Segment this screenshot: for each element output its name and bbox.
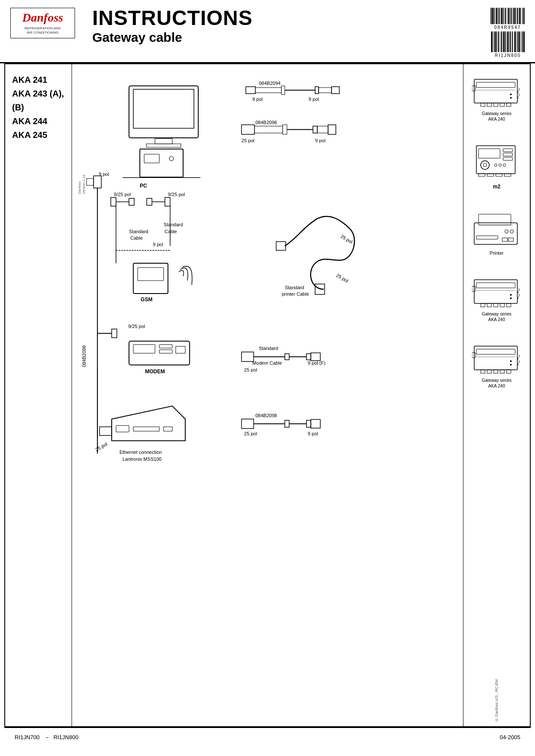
svg-rect-26 (317, 126, 328, 133)
svg-rect-27 (328, 125, 336, 134)
svg-rect-83 (164, 427, 172, 431)
svg-point-144 (510, 360, 512, 362)
diagram-svg: Danfoss Version 2.14 PC (72, 64, 463, 726)
svg-text:9/25 pol: 9/25 pol (168, 192, 185, 197)
svg-rect-148 (487, 370, 491, 373)
footer-revision: RI1JN700 → RI1JN800 (15, 734, 78, 740)
svg-rect-109 (479, 149, 500, 158)
svg-text:25 pol: 25 pol (335, 272, 349, 283)
svg-rect-17 (332, 87, 339, 94)
device-gateway-mid: Gateway series AKA 240 (472, 278, 522, 322)
svg-point-126 (510, 230, 513, 233)
svg-text:Version 2.14: Version 2.14 (82, 175, 86, 194)
svg-text:9 pol: 9 pol (252, 97, 263, 102)
main-title: INSTRUCTIONS (92, 8, 491, 28)
svg-rect-98 (476, 82, 515, 87)
svg-rect-105 (494, 103, 498, 106)
svg-rect-67 (160, 350, 172, 353)
aka-line1: AKA 241 (12, 73, 65, 87)
svg-rect-21 (241, 125, 254, 134)
svg-rect-146 (472, 353, 476, 358)
svg-rect-150 (500, 370, 504, 373)
svg-rect-13 (282, 86, 285, 94)
svg-point-125 (505, 230, 508, 233)
svg-rect-74 (307, 354, 311, 360)
svg-rect-11 (246, 87, 255, 94)
m2-svg (472, 144, 522, 182)
svg-rect-38 (111, 197, 116, 206)
svg-point-117 (503, 164, 506, 166)
svg-rect-123 (479, 214, 511, 225)
svg-rect-107 (507, 103, 511, 106)
svg-text:Cable: Cable (165, 229, 177, 234)
svg-text:Standard: Standard (164, 222, 183, 227)
barcode1-bars (491, 8, 525, 24)
svg-rect-41 (165, 197, 170, 206)
svg-text:084B2094: 084B2094 (259, 81, 280, 86)
barcode2-text: RI1JN800 (495, 53, 521, 58)
svg-rect-135 (472, 286, 476, 291)
svg-rect-110 (503, 149, 513, 152)
barcode1: 084R9547 (491, 8, 525, 30)
svg-rect-120 (496, 174, 502, 176)
svg-rect-141 (474, 346, 517, 370)
printer-svg (472, 212, 522, 249)
svg-text:9/25 pol: 9/25 pol (114, 192, 131, 197)
svg-point-100 (510, 94, 512, 95)
svg-text:Standard: Standard (129, 229, 148, 234)
svg-rect-66 (160, 345, 172, 348)
svg-rect-43 (147, 198, 152, 205)
svg-rect-136 (481, 303, 485, 307)
svg-rect-82 (133, 427, 159, 431)
svg-rect-112 (503, 157, 513, 160)
device-printer: Printer (472, 212, 522, 256)
svg-text:9/25 pol: 9/25 pol (128, 324, 145, 329)
svg-rect-84 (100, 427, 112, 435)
svg-rect-151 (507, 370, 511, 373)
aka-labels: AKA 241 AKA 243 (A), (B) AKA 244 AKA 245 (12, 73, 65, 142)
svg-rect-127 (476, 236, 498, 239)
svg-rect-55 (276, 242, 286, 250)
svg-text:MODEM: MODEM (145, 369, 165, 375)
svg-rect-88 (241, 419, 253, 428)
svg-rect-108 (476, 146, 515, 174)
svg-text:25 pol: 25 pol (241, 138, 254, 143)
diagram-area: Danfoss Version 2.14 PC (72, 64, 463, 726)
svg-text:9 pol (F): 9 pol (F) (308, 360, 325, 366)
footer-from: RI1JN700 (15, 734, 40, 740)
footer-arrow: → (44, 734, 49, 740)
svg-rect-32 (87, 178, 94, 185)
svg-rect-92 (307, 420, 311, 427)
gateway-top-svg (472, 77, 522, 109)
svg-text:9 pol: 9 pol (99, 172, 109, 177)
svg-rect-65 (133, 345, 155, 353)
gateway-bot-svg (472, 344, 522, 376)
svg-rect-137 (487, 303, 491, 307)
logo-subtitle: REFRIGERATION AND AIR CONDITIONING (16, 26, 69, 34)
gateway-mid-label: Gateway series AKA 240 (482, 311, 512, 322)
svg-text:9 pol: 9 pol (308, 431, 318, 436)
right-column: Gateway series AKA 240 (463, 64, 530, 726)
page-footer: RI1JN700 → RI1JN800 04-2005 (4, 727, 531, 746)
logo-area: Danfoss REFRIGERATION AND AIR CONDITIONI… (10, 8, 79, 38)
footer-to: RI1JN800 (53, 734, 78, 740)
svg-rect-119 (487, 174, 494, 176)
svg-text:25 pol: 25 pol (244, 431, 257, 436)
svg-text:25 pol: 25 pol (340, 234, 354, 244)
svg-text:Lantronix MSS100: Lantronix MSS100 (122, 456, 162, 462)
aka-line2: AKA 243 (A), (B) (12, 87, 65, 114)
barcode-area: 084R9547 (491, 8, 525, 58)
svg-rect-75 (311, 353, 320, 361)
svg-rect-138 (494, 303, 498, 307)
svg-rect-53 (138, 268, 163, 281)
svg-rect-103 (481, 103, 485, 106)
svg-rect-25 (313, 126, 317, 133)
svg-rect-97 (474, 79, 517, 103)
aka-line3: AKA 244 (12, 114, 65, 128)
svg-text:25 pol: 25 pol (94, 441, 108, 452)
svg-text:Cable: Cable (130, 235, 143, 241)
svg-text:9 pol: 9 pol (315, 138, 325, 143)
device-gateway-bot: Gateway series AKA 240 (472, 344, 522, 389)
barcode2: RI1JN800 (491, 31, 525, 58)
svg-point-133 (510, 294, 512, 296)
